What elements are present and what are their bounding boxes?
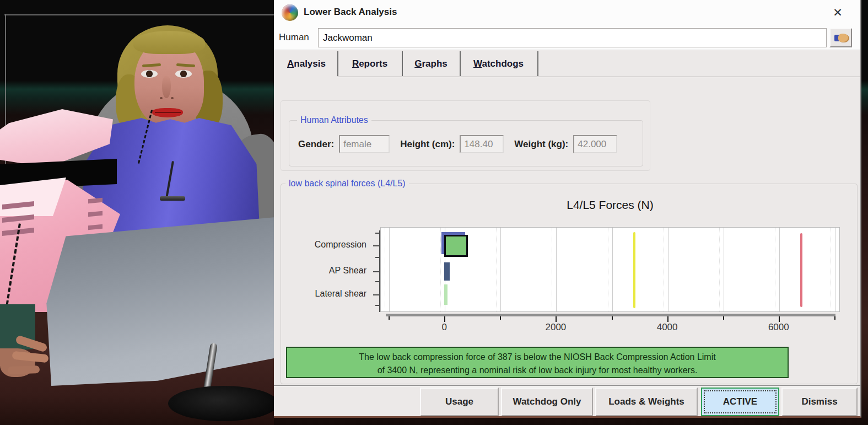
gender-field[interactable]	[339, 135, 390, 153]
gridline-dotted	[608, 228, 608, 311]
x-tick-major	[779, 316, 780, 322]
x-tick-minor	[500, 316, 501, 320]
title-bar: Lower Back Analysis ✕	[274, 0, 860, 25]
footer-button-row: Usage Watchdog Only Loads & Weights ACTI…	[274, 387, 860, 416]
usage-button[interactable]: Usage	[420, 388, 499, 416]
chart-x-axis: 0200040006000	[380, 314, 840, 337]
niosh-message: The low back compression force of 387 is…	[286, 347, 789, 378]
chart-title: L4/L5 Forces (N)	[380, 198, 840, 212]
gridline	[835, 228, 835, 311]
tab-graphs[interactable]: Graphs	[403, 52, 459, 77]
y-tick-major	[373, 294, 379, 295]
human-row: Human	[274, 25, 860, 50]
scene-monitor-back	[32, 214, 274, 386]
y-tick-minor	[375, 257, 379, 258]
x-tick-minor	[389, 316, 390, 320]
height-label: Height (cm):	[400, 139, 455, 150]
gridline-dotted	[775, 228, 775, 311]
x-tick-major	[667, 316, 668, 322]
human-nostril-right	[171, 97, 174, 99]
reference-line-3400	[633, 232, 635, 308]
x-tick-label: 2000	[546, 322, 567, 333]
category-label: AP Shear	[329, 266, 366, 276]
pick-human-button[interactable]	[829, 28, 852, 47]
x-tick-label: 0	[442, 322, 447, 333]
x-tick-label: 6000	[768, 322, 789, 333]
human-lip-line	[155, 112, 181, 113]
human-nose	[162, 76, 171, 98]
tab-baseline	[337, 77, 860, 77]
human-iris-left	[146, 71, 153, 77]
x-tick-minor	[723, 316, 724, 320]
gridline	[668, 228, 668, 311]
weight-label: Weight (kg):	[514, 139, 568, 150]
attributes-row: Gender: Height (cm): Weight (kg):	[298, 135, 637, 153]
gridline-dotted	[496, 228, 497, 311]
niosh-message-line2: of 3400 N, representing a nominal risk o…	[287, 364, 788, 377]
gridline-dotted	[440, 228, 441, 311]
app-icon	[282, 4, 298, 21]
x-tick-label: 4000	[657, 322, 678, 333]
close-button[interactable]: ✕	[829, 4, 846, 21]
loads-and-weights-button[interactable]: Loads & Weights	[595, 388, 698, 416]
human-field-label: Human	[279, 32, 309, 43]
viewport-frame-top	[4, 14, 274, 15]
lower-back-analysis-dialog: Lower Back Analysis ✕ Human Analysis Rep…	[274, 0, 861, 418]
gridline-dotted	[831, 228, 831, 311]
spinal-forces-title: low back spinal forces (L4/L5)	[285, 179, 409, 189]
y-tick-minor	[375, 233, 379, 234]
tab-watchdogs[interactable]: Watchdogs	[461, 52, 536, 77]
pick-human-hand-icon	[838, 34, 848, 42]
reference-line-6400	[800, 233, 802, 307]
gridline	[779, 228, 780, 311]
category-label: Lateral shear	[315, 289, 366, 299]
gridline	[556, 228, 557, 311]
height-field[interactable]	[460, 135, 504, 153]
category-label: Compression	[315, 240, 366, 250]
y-tick-major	[373, 245, 379, 246]
gridline-dotted	[385, 228, 385, 311]
gridline	[612, 228, 613, 311]
gridline-dotted	[552, 228, 552, 311]
y-tick-minor	[375, 281, 379, 282]
x-tick-major	[556, 316, 557, 322]
human-iris-right	[180, 71, 187, 77]
y-tick-major	[373, 271, 379, 272]
x-axis-line	[386, 314, 835, 316]
dismiss-button[interactable]: Dismiss	[781, 388, 858, 416]
tab-analysis[interactable]: Analysis	[276, 52, 337, 77]
tab-separator	[460, 51, 461, 76]
bar-lateral-shear	[444, 284, 448, 305]
weight-field[interactable]	[573, 135, 617, 153]
tab-separator	[337, 51, 338, 76]
human-attributes-title: Human Attributes	[297, 115, 371, 125]
gridline	[500, 228, 501, 311]
x-tick-minor	[834, 316, 835, 320]
scene-lever-cap	[160, 196, 185, 201]
gridline-dotted	[664, 228, 664, 311]
chart-y-axis	[368, 227, 381, 312]
human-name-input[interactable]	[318, 28, 827, 47]
tab-bar: Analysis Reports Graphs Watchdogs	[274, 50, 860, 78]
bar-compression	[444, 235, 468, 257]
footer-separator-highlight	[274, 386, 860, 386]
gender-label: Gender:	[298, 139, 334, 150]
human-nostril-left	[160, 97, 163, 99]
tab-separator	[537, 51, 538, 76]
scene-mic-stand-base	[168, 386, 278, 421]
gridline	[389, 228, 390, 311]
human-hair-fringe	[133, 31, 205, 54]
window-title: Lower Back Analysis	[304, 7, 397, 18]
human-attributes-group: Human Attributes Gender: Height (cm): We…	[289, 120, 643, 166]
watchdog-only-button[interactable]: Watchdog Only	[501, 388, 593, 416]
chart-plot-area	[380, 227, 840, 312]
chart-category-labels: CompressionAP ShearLateral shear	[285, 227, 366, 312]
bar-ap-shear	[444, 262, 450, 281]
human-finger	[8, 365, 40, 374]
x-tick-major	[444, 316, 445, 322]
active-button[interactable]: ACTIVE	[701, 388, 779, 416]
x-tick-minor	[612, 316, 613, 320]
gridline-dotted	[719, 228, 720, 311]
tab-separator	[402, 51, 403, 76]
tab-reports[interactable]: Reports	[339, 52, 401, 77]
